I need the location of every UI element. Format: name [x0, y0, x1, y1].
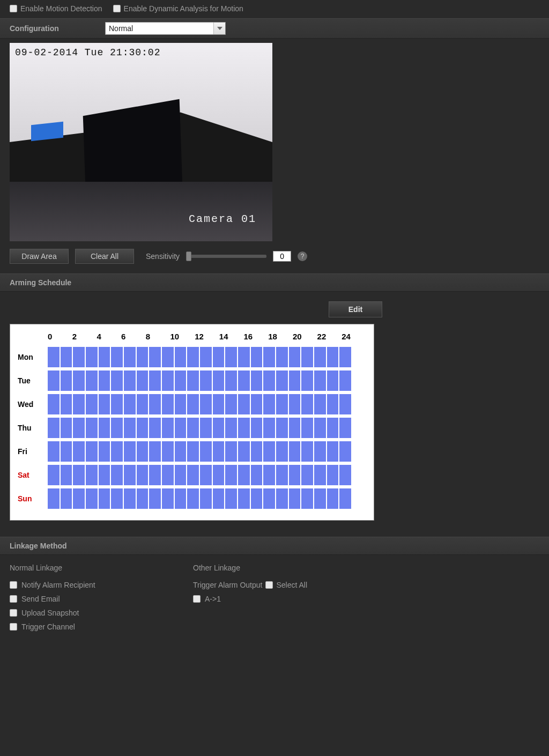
schedule-cell[interactable] [225, 347, 237, 367]
schedule-cell[interactable] [48, 488, 60, 509]
schedule-cell[interactable] [213, 441, 225, 462]
schedule-cell[interactable] [314, 465, 326, 485]
schedule-cell[interactable] [327, 441, 339, 462]
schedule-cell[interactable] [162, 394, 174, 414]
schedule-cell[interactable] [251, 465, 263, 485]
schedule-cell[interactable] [213, 347, 225, 367]
schedule-cell[interactable] [73, 465, 85, 485]
schedule-cell[interactable] [124, 347, 136, 367]
schedule-cell[interactable] [339, 347, 351, 367]
schedule-cell[interactable] [99, 441, 110, 462]
slider-handle[interactable] [186, 251, 191, 261]
schedule-cell[interactable] [86, 418, 98, 438]
schedule-cell[interactable] [327, 418, 339, 438]
schedule-cell[interactable] [314, 441, 326, 462]
schedule-cell[interactable] [61, 347, 72, 367]
schedule-cell[interactable] [225, 418, 237, 438]
schedule-cell[interactable] [251, 418, 263, 438]
help-icon[interactable]: ? [298, 251, 307, 261]
schedule-cell[interactable] [48, 441, 60, 462]
schedule-cell[interactable] [238, 370, 250, 391]
day-schedule-row[interactable] [48, 370, 351, 391]
schedule-cell[interactable] [73, 394, 85, 414]
schedule-cell[interactable] [213, 394, 225, 414]
schedule-cell[interactable] [175, 465, 187, 485]
schedule-cell[interactable] [289, 465, 301, 485]
schedule-cell[interactable] [276, 488, 288, 509]
schedule-cell[interactable] [289, 347, 301, 367]
schedule-cell[interactable] [263, 370, 275, 391]
schedule-cell[interactable] [301, 394, 313, 414]
schedule-cell[interactable] [48, 418, 60, 438]
schedule-cell[interactable] [301, 370, 313, 391]
schedule-cell[interactable] [175, 347, 187, 367]
clear-all-button[interactable]: Clear All [75, 249, 134, 264]
schedule-cell[interactable] [213, 418, 225, 438]
select-all-checkbox[interactable] [265, 581, 273, 589]
day-schedule-row[interactable] [48, 488, 351, 509]
schedule-cell[interactable] [339, 441, 351, 462]
trigger-channel-checkbox[interactable] [10, 623, 17, 631]
schedule-cell[interactable] [86, 370, 98, 391]
schedule-cell[interactable] [289, 488, 301, 509]
schedule-cell[interactable] [251, 394, 263, 414]
schedule-cell[interactable] [175, 488, 187, 509]
schedule-cell[interactable] [314, 488, 326, 509]
schedule-cell[interactable] [86, 441, 98, 462]
sensitivity-slider[interactable] [186, 255, 266, 258]
schedule-cell[interactable] [200, 394, 212, 414]
schedule-cell[interactable] [124, 418, 136, 438]
schedule-cell[interactable] [314, 347, 326, 367]
schedule-cell[interactable] [99, 347, 110, 367]
schedule-cell[interactable] [213, 370, 225, 391]
schedule-cell[interactable] [175, 441, 187, 462]
schedule-cell[interactable] [187, 465, 199, 485]
schedule-cell[interactable] [99, 418, 110, 438]
edit-schedule-button[interactable]: Edit [329, 301, 382, 317]
schedule-cell[interactable] [137, 441, 149, 462]
schedule-cell[interactable] [124, 488, 136, 509]
schedule-cell[interactable] [187, 418, 199, 438]
day-schedule-row[interactable] [48, 441, 351, 462]
day-schedule-row[interactable] [48, 465, 351, 485]
schedule-cell[interactable] [137, 347, 149, 367]
schedule-cell[interactable] [99, 370, 110, 391]
schedule-cell[interactable] [73, 441, 85, 462]
schedule-cell[interactable] [301, 488, 313, 509]
schedule-cell[interactable] [225, 465, 237, 485]
schedule-cell[interactable] [301, 347, 313, 367]
day-schedule-row[interactable] [48, 394, 351, 414]
schedule-cell[interactable] [339, 418, 351, 438]
schedule-cell[interactable] [162, 418, 174, 438]
schedule-cell[interactable] [263, 418, 275, 438]
schedule-cell[interactable] [73, 418, 85, 438]
schedule-cell[interactable] [187, 441, 199, 462]
schedule-cell[interactable] [263, 347, 275, 367]
schedule-cell[interactable] [111, 394, 123, 414]
schedule-cell[interactable] [137, 418, 149, 438]
schedule-cell[interactable] [263, 394, 275, 414]
schedule-cell[interactable] [175, 394, 187, 414]
camera-preview[interactable]: 09-02-2014 Tue 21:30:02 Camera 01 [10, 43, 272, 241]
schedule-cell[interactable] [238, 394, 250, 414]
schedule-cell[interactable] [149, 347, 161, 367]
schedule-cell[interactable] [276, 347, 288, 367]
schedule-cell[interactable] [73, 370, 85, 391]
schedule-cell[interactable] [149, 488, 161, 509]
schedule-cell[interactable] [162, 370, 174, 391]
schedule-cell[interactable] [99, 465, 110, 485]
schedule-cell[interactable] [251, 441, 263, 462]
schedule-cell[interactable] [175, 418, 187, 438]
schedule-cell[interactable] [86, 465, 98, 485]
schedule-cell[interactable] [200, 441, 212, 462]
schedule-cell[interactable] [213, 488, 225, 509]
upload-snapshot-checkbox[interactable] [10, 609, 17, 617]
notify-alarm-checkbox[interactable] [10, 581, 17, 589]
schedule-cell[interactable] [149, 465, 161, 485]
schedule-cell[interactable] [327, 347, 339, 367]
a1-checkbox[interactable] [193, 595, 201, 603]
schedule-cell[interactable] [111, 465, 123, 485]
schedule-cell[interactable] [61, 394, 72, 414]
send-email-checkbox[interactable] [10, 595, 17, 603]
schedule-cell[interactable] [200, 418, 212, 438]
